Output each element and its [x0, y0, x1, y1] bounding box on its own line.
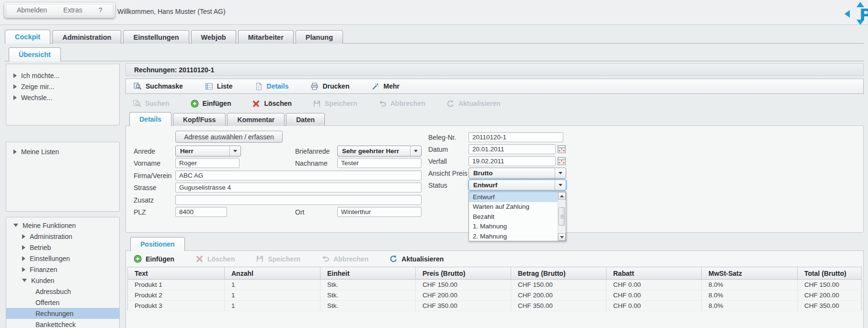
logo-letter: P — [860, 5, 868, 23]
strasse-field[interactable] — [175, 182, 422, 192]
dropdown-scrollbar[interactable] — [558, 192, 566, 241]
tree-item-meine-funktionen[interactable]: Meine Funktionen — [6, 220, 119, 231]
suchen-button: Suchen — [133, 100, 170, 108]
chevron-right-icon — [13, 95, 17, 100]
col-header-rabatt[interactable]: Rabatt — [606, 267, 702, 280]
tree-item-administration[interactable]: Administration — [6, 231, 119, 242]
scroll-down-button[interactable] — [558, 233, 566, 241]
status-option-mahnung1[interactable]: 1. Mahnung — [469, 222, 558, 232]
chevron-down-icon — [13, 224, 18, 227]
ansicht-preis-select[interactable]: Brutto — [468, 168, 566, 179]
table-row[interactable]: Produkt 1 1 Stk. CHF 150.00 CHF 150.00 C… — [128, 280, 862, 290]
tree-item-rechnungen[interactable]: Rechnungen — [6, 308, 119, 319]
tab-mitarbeiter[interactable]: Mitarbeiter — [238, 30, 294, 44]
table-row[interactable]: Produkt 3 1 Stk. CHF 350.00 CHF 350.00 C… — [128, 301, 862, 311]
col-header-betrag[interactable]: Betrag (Brutto) — [511, 267, 606, 280]
col-header-text[interactable]: Text — [128, 267, 225, 280]
calendar-icon — [557, 157, 566, 166]
dropdown-arrow-button[interactable] — [410, 146, 421, 156]
tab-administration[interactable]: Administration — [52, 30, 121, 44]
chevron-down-icon — [559, 184, 562, 186]
extras-button[interactable]: Extras — [63, 6, 82, 14]
sidebar-item-wechsle[interactable]: Wechsle... — [6, 92, 119, 103]
firma-field[interactable] — [175, 170, 422, 181]
status-option-mahnung2[interactable]: 2. Mahnung — [469, 231, 558, 241]
sidebar-item-meine-listen[interactable]: Meine Listen — [6, 146, 119, 157]
scroll-up-button[interactable] — [558, 192, 566, 200]
tree-item-adressbuch[interactable]: Adressbuch — [6, 286, 119, 297]
tab-daten[interactable]: Daten — [286, 113, 325, 126]
firma-label: Firma/Verein — [134, 172, 171, 180]
col-header-preis[interactable]: Preis (Brutto) — [416, 267, 511, 280]
address-select-button[interactable]: Adresse auswählen / erfassen — [175, 131, 283, 143]
printer-icon — [310, 82, 319, 90]
status-option-bezahlt[interactable]: Bezahlt — [469, 212, 558, 222]
sidebar-item-zeige-mir[interactable]: Zeige mir... — [6, 81, 119, 92]
col-header-anzahl[interactable]: Anzahl — [225, 267, 320, 280]
einfuegen-button[interactable]: Einfügen — [191, 100, 231, 108]
tree-item-offerten[interactable]: Offerten — [6, 297, 119, 308]
chevron-right-icon — [22, 256, 25, 261]
tab-kopf-fuss[interactable]: Kopf/Fuss — [173, 113, 226, 126]
dropdown-arrow-button[interactable] — [555, 168, 566, 178]
briefanrede-select[interactable]: Sehr geehrter Herr — [337, 146, 422, 157]
status-select[interactable]: Entwurf — [468, 180, 566, 191]
logout-button[interactable]: Abmelden — [17, 6, 47, 14]
ort-field[interactable] — [337, 207, 422, 217]
zusatz-field[interactable] — [175, 195, 422, 205]
tree-item-betrieb[interactable]: Betrieb — [6, 242, 119, 253]
col-header-mwst[interactable]: MwSt-Satz — [702, 267, 798, 280]
status-option-warten[interactable]: Warten auf Zahlung — [469, 202, 558, 212]
tree-item-kunden[interactable]: Kunden — [6, 275, 119, 286]
tab-uebersicht[interactable]: Übersicht — [9, 47, 61, 61]
vorname-field[interactable] — [175, 158, 240, 168]
help-button[interactable]: ? — [99, 6, 103, 14]
anrede-select[interactable]: Herr — [175, 146, 241, 157]
positions-aktualisieren-button[interactable]: Aktualisieren — [389, 255, 444, 263]
tab-cockpit[interactable]: Cockpit — [5, 30, 50, 44]
plz-field[interactable] — [175, 207, 227, 217]
col-header-einheit[interactable]: Einheit — [320, 267, 416, 280]
beleg-label: Beleg-Nr. — [428, 134, 456, 141]
dropdown-arrow-button[interactable] — [229, 146, 240, 156]
tab-details[interactable]: Details — [129, 112, 171, 126]
col-header-total[interactable]: Total (Brutto) — [798, 267, 862, 280]
detail-form-panel: Adresse auswählen / erfassen Anrede Herr… — [126, 125, 864, 233]
suchmaske-button[interactable]: Suchmaske — [134, 82, 183, 90]
beleg-field[interactable] — [468, 132, 563, 142]
tree-item-bankettcheck[interactable]: Bankettcheck — [6, 319, 119, 328]
tab-kommentar[interactable]: Kommentar — [227, 113, 285, 126]
sidebar-functions-panel: Meine Funktionen Administration Betrieb … — [6, 217, 120, 328]
plus-icon — [134, 255, 142, 263]
edit-toolbar: Suchen Einfügen Löschen Speichern Abbrec… — [126, 97, 864, 110]
datum-calendar-button[interactable] — [557, 145, 566, 154]
drucken-button[interactable]: Drucken — [310, 82, 349, 90]
dropdown-arrow-button[interactable] — [555, 180, 566, 190]
mehr-button[interactable]: Mehr — [371, 82, 399, 90]
tree-item-einstellungen[interactable]: Einstellungen — [6, 253, 119, 264]
tree-item-finanzen[interactable]: Finanzen — [6, 264, 119, 275]
nachname-label: Nachname — [295, 159, 328, 167]
table-row[interactable]: Produkt 2 1 Stk. CHF 200.00 CHF 200.00 C… — [128, 290, 862, 301]
loeschen-button[interactable]: Löschen — [252, 100, 292, 108]
logo-arrow-left-icon — [845, 10, 850, 18]
status-option-entwurf[interactable]: Entwurf — [469, 192, 558, 202]
nachname-field[interactable] — [337, 158, 422, 168]
verfall-calendar-button[interactable] — [557, 157, 566, 166]
scrollbar-thumb[interactable] — [559, 207, 565, 226]
tab-planung[interactable]: Planung — [296, 30, 343, 44]
tab-positionen[interactable]: Positionen — [130, 237, 185, 251]
chevron-right-icon — [22, 267, 25, 272]
ansicht-preis-label: Ansicht Preis — [428, 170, 468, 177]
detail-tab-bar: Details Kopf/Fuss Kommentar Daten — [129, 112, 325, 126]
sidebar-item-ich-moechte[interactable]: Ich möchte... — [6, 70, 119, 81]
verfall-label: Verfall — [428, 158, 447, 165]
details-button[interactable]: Details — [255, 82, 289, 90]
datum-field[interactable] — [468, 144, 556, 154]
verfall-field[interactable] — [468, 156, 556, 166]
liste-button[interactable]: Liste — [205, 82, 233, 90]
tab-einstellungen[interactable]: Einstellungen — [123, 30, 189, 44]
positions-einfuegen-button[interactable]: Einfügen — [134, 255, 174, 263]
page-title: Rechnungen: 20110120-1 — [134, 66, 214, 74]
tab-webjob[interactable]: Webjob — [191, 30, 236, 44]
